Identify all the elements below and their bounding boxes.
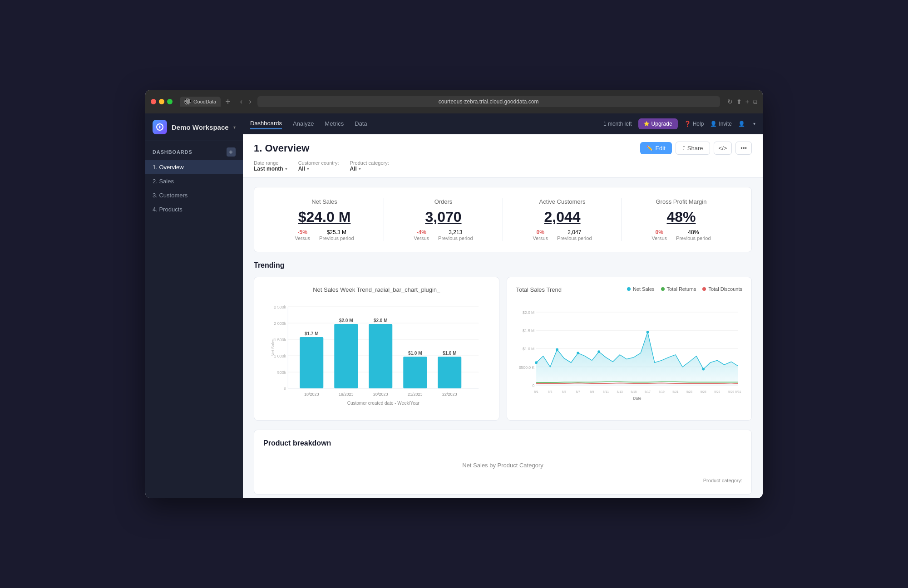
legend-net-sales: Net Sales — [627, 286, 655, 292]
nav-chevron-icon[interactable]: ▾ — [753, 121, 755, 126]
new-tab-button[interactable]: + — [225, 97, 231, 107]
sidebar-item-sales[interactable]: 2. Sales — [145, 174, 243, 188]
sidebar: Demo Workspace ▾ DASHBOARDS + 1. Overvie… — [145, 113, 243, 498]
top-navigation: Dashboards Analyze Metrics Data 1 month … — [243, 113, 763, 134]
product-category-chevron-icon: ▾ — [359, 167, 361, 171]
new-window-button[interactable]: + — [745, 98, 749, 106]
share-button[interactable]: Share — [676, 142, 710, 155]
sidebar-item-customers[interactable]: 3. Customers — [145, 188, 243, 202]
dashboard-body: Net Sales $24.0 M -5% Versus $25.3 M Pre… — [243, 178, 763, 498]
maximize-button[interactable] — [167, 99, 173, 104]
tab-overview-button[interactable]: ⧉ — [753, 98, 757, 106]
help-button[interactable]: ❓ Help — [684, 121, 704, 127]
kpi-orders-delta: -4% — [417, 229, 426, 235]
legend-dot-total-returns — [661, 287, 665, 291]
workspace-chevron-icon[interactable]: ▾ — [233, 125, 236, 130]
address-bar[interactable]: courteous-zebra.trial.cloud.gooddata.com — [257, 96, 720, 107]
svg-text:5/17: 5/17 — [644, 390, 650, 393]
kpi-net-sales-prev: $25.3 M Previous period — [319, 229, 354, 241]
kpi-gross-profit-versus: 0% Versus — [651, 229, 667, 241]
kpi-net-sales-versus: -5% Versus — [295, 229, 310, 241]
line-chart-card: Total Sales Trend Net Sales Total Return… — [507, 277, 752, 421]
date-range-value[interactable]: Last month ▾ — [254, 166, 287, 172]
nav-item-metrics[interactable]: Metrics — [325, 118, 344, 129]
product-category-value[interactable]: All ▾ — [350, 166, 389, 172]
kpi-gross-profit-delta: 0% — [656, 229, 663, 235]
sidebar-section-label: DASHBOARDS — [153, 149, 192, 155]
kpi-orders-prev-label: Previous period — [438, 235, 473, 241]
sidebar-item-products[interactable]: 4. Products — [145, 202, 243, 216]
close-button[interactable] — [151, 99, 156, 104]
svg-text:5/5: 5/5 — [562, 390, 566, 393]
sidebar-item-label-overview: 1. Overview — [153, 164, 184, 171]
more-options-button[interactable]: ••• — [735, 142, 752, 155]
minimize-button[interactable] — [159, 99, 164, 104]
help-label: Help — [693, 121, 704, 127]
nav-item-dashboards[interactable]: Dashboards — [250, 118, 282, 129]
invite-button[interactable]: 👤 Invite — [710, 121, 732, 127]
embed-icon: </> — [719, 145, 727, 152]
legend-label-total-returns: Total Returns — [667, 286, 696, 292]
forward-button[interactable]: › — [247, 97, 253, 107]
sidebar-item-label-products: 4. Products — [153, 206, 183, 213]
product-breakdown-title: Product breakdown — [263, 439, 742, 447]
product-breakdown-section: Product breakdown Net Sales by Product C… — [254, 430, 752, 495]
customer-country-chevron-icon: ▾ — [307, 167, 309, 171]
bar-chart-card: Net Sales Week Trend_radial_bar_chart_pl… — [254, 277, 499, 421]
kpi-net-sales-prev-label: Previous period — [319, 235, 354, 241]
svg-text:$1.0 M: $1.0 M — [522, 347, 534, 351]
browser-tabs: 🛡 GoodData + — [180, 97, 231, 107]
traffic-lights — [151, 99, 173, 104]
svg-text:$1.0 M: $1.0 M — [443, 351, 457, 356]
nav-item-analyze[interactable]: Analyze — [293, 118, 314, 129]
sidebar-section-dashboards: DASHBOARDS + 1. Overview 2. Sales 3. Cus… — [145, 141, 243, 223]
bar-chart-title: Net Sales Week Trend_radial_bar_chart_pl… — [263, 286, 490, 293]
kpi-orders-versus: -4% Versus — [414, 229, 429, 241]
trending-section-title: Trending — [254, 261, 752, 270]
customer-country-filter[interactable]: Customer country: All ▾ — [298, 160, 339, 172]
svg-text:5/27: 5/27 — [714, 390, 720, 393]
customer-country-value[interactable]: All ▾ — [298, 166, 339, 172]
browser-tab[interactable]: 🛡 GoodData — [180, 97, 221, 107]
upgrade-button[interactable]: Upgrade — [638, 118, 678, 129]
date-range-filter[interactable]: Date range Last month ▾ — [254, 160, 287, 172]
svg-text:5/11: 5/11 — [602, 390, 608, 393]
refresh-button[interactable]: ↻ — [727, 98, 733, 106]
kpi-orders-prev-value: 3,213 — [449, 229, 462, 235]
nav-item-data[interactable]: Data — [355, 118, 367, 129]
dashboard-title: 1. Overview — [254, 142, 309, 154]
svg-text:2 000k: 2 000k — [274, 321, 286, 326]
svg-text:Net Sales: Net Sales — [271, 338, 275, 357]
svg-text:$2.0 M: $2.0 M — [339, 318, 353, 323]
share-page-button[interactable]: ⬆ — [736, 98, 742, 106]
kpi-orders-versus-label: Versus — [414, 235, 429, 241]
embed-button[interactable]: </> — [714, 142, 732, 155]
user-menu-button[interactable]: 👤 — [738, 121, 745, 127]
kpi-net-sales-value: $24.0 M — [272, 209, 376, 225]
kpi-gross-profit-prev-value: 48% — [688, 229, 699, 235]
svg-point-46 — [702, 368, 705, 371]
svg-point-44 — [597, 350, 600, 353]
kpi-gross-profit-comparison: 0% Versus 48% Previous period — [629, 229, 733, 241]
add-dashboard-button[interactable]: + — [227, 147, 236, 157]
kpi-orders-value: 3,070 — [391, 209, 495, 225]
legend-label-total-discounts: Total Discounts — [708, 286, 742, 292]
tab-favicon: 🛡 — [184, 98, 191, 105]
edit-button[interactable]: Edit — [640, 142, 671, 154]
svg-rect-25 — [403, 357, 427, 388]
legend-total-discounts: Total Discounts — [702, 286, 742, 292]
kpi-net-sales-prev-value: $25.3 M — [327, 229, 346, 235]
sidebar-item-overview[interactable]: 1. Overview — [145, 160, 243, 174]
legend-dot-total-discounts — [702, 287, 706, 291]
kpi-active-customers-prev-value: 2,047 — [568, 229, 581, 235]
product-category-filter[interactable]: Product category: All ▾ — [350, 160, 389, 172]
kpi-active-customers-versus-label: Versus — [533, 235, 548, 241]
svg-rect-28 — [438, 357, 461, 388]
workspace-name: Demo Workspace — [172, 123, 229, 131]
back-button[interactable]: ‹ — [238, 97, 245, 107]
svg-text:5/23: 5/23 — [686, 390, 692, 393]
line-chart-title: Total Sales Trend — [516, 286, 562, 293]
kpi-active-customers-label: Active Customers — [510, 198, 614, 205]
svg-point-43 — [577, 352, 579, 354]
product-chart-title: Net Sales by Product Category — [263, 455, 742, 476]
